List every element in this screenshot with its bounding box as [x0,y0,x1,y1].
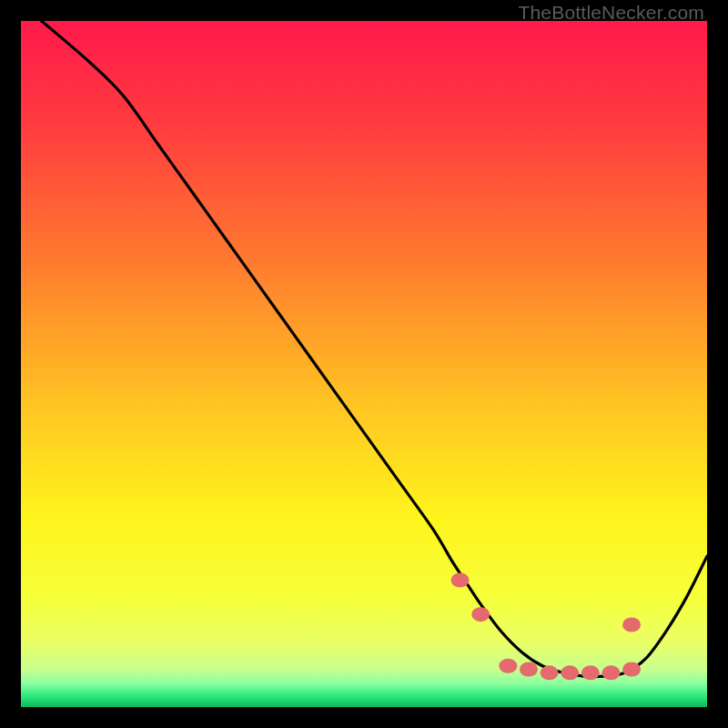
watermark-text: TheBottleNecker.com [518,2,704,24]
chart-canvas [21,21,707,707]
chart-frame [21,21,707,707]
gradient-background [21,21,707,707]
highlight-dot [451,573,470,588]
highlight-dot [520,662,538,677]
highlight-dot [541,665,559,680]
highlight-dot [471,607,490,622]
highlight-dot [581,665,600,680]
highlight-dot [622,618,641,632]
highlight-dot [561,665,579,680]
highlight-dot [622,662,641,677]
highlight-dot [499,659,517,673]
highlight-dot [602,665,620,680]
